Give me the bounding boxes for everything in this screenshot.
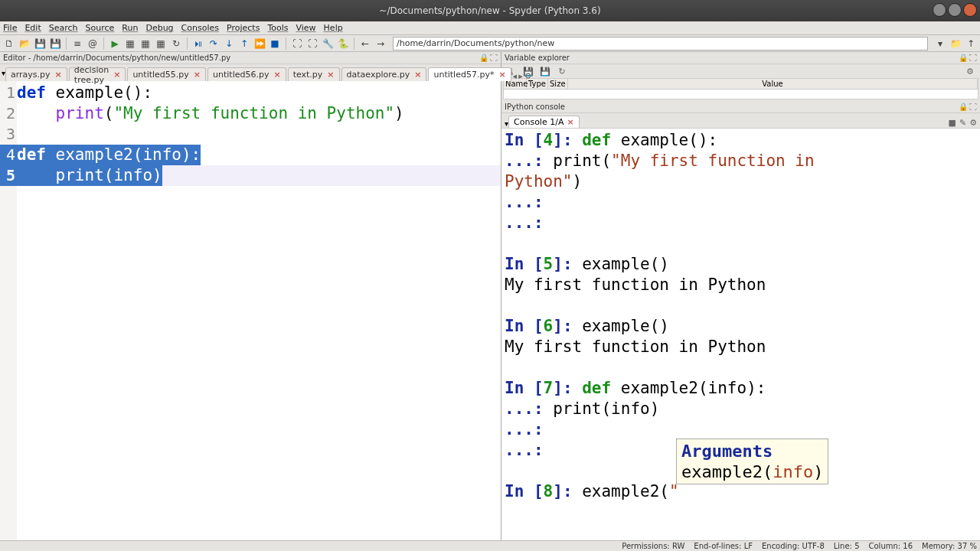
pane-maximize-icon[interactable]: ⛶ (969, 103, 977, 111)
tab-scroll-left-icon[interactable]: ◂ (513, 71, 518, 81)
status-column: Column: 16 (869, 542, 913, 550)
pane-lock-icon[interactable]: 🔒 (959, 103, 968, 111)
menu-search[interactable]: Search (49, 23, 78, 33)
maximize-button[interactable] (948, 3, 962, 17)
editor-path-label: Editor - /home/darrin/Documents/python/n… (3, 54, 230, 62)
ipython-console[interactable]: In [4]: def example(): ...: print("My fi… (501, 129, 980, 540)
run-cell-icon[interactable]: ▦ (124, 37, 136, 50)
tab-scroll-right-icon[interactable]: ▸ (518, 71, 523, 81)
tab-untitled55[interactable]: untitled55.py× (127, 67, 206, 81)
rerun-icon[interactable]: ↻ (170, 37, 182, 50)
dropdown-icon[interactable]: ▾ (934, 37, 946, 50)
status-eol: End-of-lines: LF (694, 542, 753, 550)
parent-dir-icon[interactable]: ↑ (965, 37, 977, 50)
forward-icon[interactable]: → (374, 37, 387, 50)
line-number-gutter: 12345 (0, 81, 17, 540)
tab-untitled56[interactable]: untitled56.py× (207, 67, 286, 81)
step-into-icon[interactable]: ↓ (223, 37, 235, 50)
menu-file[interactable]: File (3, 23, 17, 33)
close-icon[interactable]: × (113, 70, 120, 80)
run-selection-icon[interactable]: ▦ (155, 37, 167, 50)
variable-explorer-title: Variable explorer (505, 54, 570, 62)
status-encoding: Encoding: UTF-8 (762, 542, 825, 550)
close-icon[interactable]: × (498, 70, 505, 80)
close-icon[interactable]: × (567, 117, 573, 127)
code-editor[interactable]: 12345 def example(): print("My first fun… (0, 81, 501, 540)
pane-lock-icon[interactable]: 🔒 (959, 54, 968, 62)
close-icon[interactable]: × (194, 70, 201, 80)
preferences-icon[interactable]: 🔧 (322, 37, 334, 50)
fullscreen-icon[interactable]: ⛶ (306, 37, 318, 50)
pane-options-icon[interactable]: ⛶ (490, 54, 498, 62)
pane-maximize-icon[interactable]: ⛶ (969, 54, 977, 62)
run-cell-advance-icon[interactable]: ▦ (139, 37, 152, 50)
menu-debug[interactable]: Debug (145, 23, 173, 33)
stop-icon[interactable]: ■ (269, 37, 281, 50)
statusbar: Permissions: RW End-of-lines: LF Encodin… (0, 540, 980, 551)
status-line: Line: 5 (834, 542, 860, 550)
close-button[interactable] (963, 3, 977, 17)
window-title: ~/Documents/python/new - Spyder (Python … (379, 5, 600, 16)
console-clear-icon[interactable]: ✎ (959, 118, 966, 128)
tab-dataexplore[interactable]: dataexplore.py× (341, 67, 427, 81)
menu-edit[interactable]: Edit (24, 23, 41, 33)
toolbar-separator (103, 37, 104, 50)
refresh-icon[interactable]: ↻ (557, 66, 567, 77)
ipython-console-title: IPython console (505, 103, 565, 111)
console-stop-icon[interactable]: ■ (949, 118, 956, 128)
back-icon[interactable]: ← (359, 37, 371, 50)
close-icon[interactable]: × (327, 70, 334, 80)
variable-options-icon[interactable]: ⚙ (965, 66, 975, 77)
step-out-icon[interactable]: ↑ (238, 37, 250, 50)
close-icon[interactable]: × (55, 70, 62, 80)
tab-decision-tree[interactable]: decision tree.py× (69, 67, 126, 81)
menu-tools[interactable]: Tools (267, 23, 288, 33)
variable-explorer-toolbar: ⭳ 💾 💾 ↻ ⚙ (501, 64, 980, 78)
tab-text[interactable]: text.py× (288, 67, 340, 81)
menu-help[interactable]: Help (324, 23, 343, 33)
close-icon[interactable]: × (273, 70, 280, 80)
toolbar-separator (354, 37, 354, 50)
maximize-pane-icon[interactable]: ⛶ (291, 37, 303, 50)
editor-tabbar: ▾ arrays.py× decision tree.py× untitled5… (0, 64, 501, 81)
menu-projects[interactable]: Projects (227, 23, 260, 33)
step-over-icon[interactable]: ↷ (207, 37, 220, 50)
variable-table[interactable]: Name Type Size Value (503, 78, 978, 99)
new-file-icon[interactable]: 🗋 (3, 37, 15, 50)
main-toolbar: 🗋 📂 💾 💾 ≡ @ ▶ ▦ ▦ ▦ ↻ ⏯ ↷ ↓ ↑ ⏩ ■ ⛶ ⛶ 🔧 … (0, 35, 980, 52)
save-all-icon[interactable]: 💾 (49, 37, 61, 50)
browse-icon[interactable]: 📁 (949, 37, 962, 50)
tab-untitled57[interactable]: untitled57.py*× (428, 67, 511, 81)
save-as-icon[interactable]: 💾 (540, 66, 550, 77)
working-directory-input[interactable]: /home/darrin/Documents/python/new (393, 37, 928, 51)
run-icon[interactable]: ▶ (109, 37, 121, 50)
open-file-icon[interactable]: 📂 (18, 37, 31, 50)
window-titlebar: ~/Documents/python/new - Spyder (Python … (0, 0, 980, 21)
outline-icon[interactable]: ≡ (71, 37, 83, 50)
toolbar-separator (286, 37, 286, 50)
tab-options-icon[interactable]: ⚙ (524, 71, 532, 81)
menu-run[interactable]: Run (122, 23, 138, 33)
save-icon[interactable]: 💾 (34, 37, 46, 50)
menu-view[interactable]: View (296, 23, 315, 33)
menu-source[interactable]: Source (86, 23, 115, 33)
continue-icon[interactable]: ⏩ (253, 37, 266, 50)
tab-arrays[interactable]: arrays.py× (5, 67, 67, 81)
close-icon[interactable]: × (414, 70, 421, 80)
console-tab[interactable]: Console 1/A× (508, 116, 580, 128)
pane-lock-icon[interactable]: 🔒 (479, 54, 488, 62)
status-permissions: Permissions: RW (622, 542, 684, 550)
toolbar-separator (187, 37, 188, 50)
toolbar-separator (66, 37, 67, 50)
menu-consoles[interactable]: Consoles (181, 23, 219, 33)
console-options-icon[interactable]: ⚙ (969, 118, 977, 128)
pythonpath-icon[interactable]: 🐍 (337, 37, 349, 50)
minimize-button[interactable] (933, 3, 946, 17)
arguments-tooltip: Arguments example2(info) (676, 439, 828, 484)
at-icon[interactable]: @ (87, 37, 99, 50)
status-memory: Memory: 37 % (922, 542, 977, 550)
debug-icon[interactable]: ⏯ (192, 37, 204, 50)
menubar: File Edit Search Source Run Debug Consol… (0, 21, 980, 35)
